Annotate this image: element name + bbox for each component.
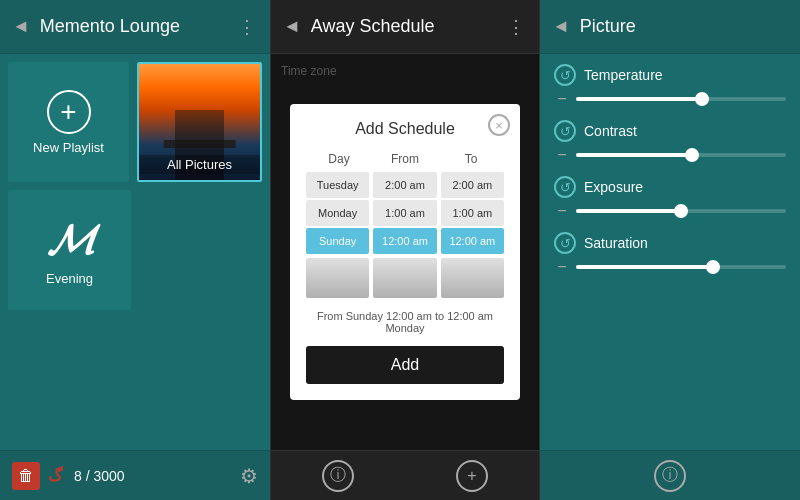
col-header-to: To bbox=[438, 152, 504, 166]
trash-button[interactable]: 🗑 bbox=[12, 462, 40, 490]
left-back-button[interactable]: ◄ bbox=[12, 16, 30, 37]
middle-header: ◄ Away Schedule ⋮ bbox=[271, 0, 539, 54]
add-button[interactable]: + bbox=[456, 460, 488, 492]
slider-row-2: ↺ Exposure − bbox=[554, 176, 786, 220]
slider-row-3: ↺ Saturation − bbox=[554, 232, 786, 276]
from-column: 2:00 am 1:00 am 12:00 am bbox=[373, 172, 436, 298]
col-header-day: Day bbox=[306, 152, 372, 166]
left-header: ◄ Memento Lounge ⋮ bbox=[0, 0, 270, 54]
slider-label-2: Exposure bbox=[584, 179, 643, 195]
slider-track-1[interactable] bbox=[576, 153, 786, 157]
evening-item[interactable]: 𝓜 Evening bbox=[8, 190, 131, 310]
reset-icon-1[interactable]: ↺ bbox=[554, 120, 576, 142]
right-title: Picture bbox=[580, 16, 788, 37]
add-schedule-button[interactable]: Add bbox=[306, 346, 504, 384]
middle-panel: ◄ Away Schedule ⋮ Time zone Add Schedule… bbox=[270, 0, 540, 500]
schedule-description: From Sunday 12:00 am to 12:00 am Monday bbox=[306, 310, 504, 334]
slider-fill-1 bbox=[576, 153, 692, 157]
slider-track-2[interactable] bbox=[576, 209, 786, 213]
to-column: 2:00 am 1:00 am 12:00 am bbox=[441, 172, 504, 298]
slider-thumb-0[interactable] bbox=[695, 92, 709, 106]
day-row-2[interactable]: Sunday bbox=[306, 228, 369, 254]
info-button[interactable]: ⓘ bbox=[322, 460, 354, 492]
new-playlist-label: New Playlist bbox=[33, 140, 104, 155]
middle-title: Away Schedule bbox=[311, 16, 507, 37]
slider-header-0: ↺ Temperature bbox=[554, 64, 786, 86]
left-footer: 🗑 گ 8 / 3000 ⚙ bbox=[0, 450, 270, 500]
to-col-bottom bbox=[441, 258, 504, 298]
dock-decoration bbox=[163, 140, 236, 148]
right-footer: ⓘ bbox=[540, 450, 800, 500]
slider-header-2: ↺ Exposure bbox=[554, 176, 786, 198]
grid-row-bottom: 𝓜 Evening bbox=[8, 190, 262, 310]
reset-icon-2[interactable]: ↺ bbox=[554, 176, 576, 198]
slider-fill-3 bbox=[576, 265, 713, 269]
from-col-bottom bbox=[373, 258, 436, 298]
slider-minus-3[interactable]: − bbox=[554, 258, 570, 276]
slider-track-0[interactable] bbox=[576, 97, 786, 101]
logo-text: گ bbox=[48, 466, 62, 485]
new-playlist-icon: + bbox=[47, 90, 91, 134]
reset-icon-3[interactable]: ↺ bbox=[554, 232, 576, 254]
right-back-button[interactable]: ◄ bbox=[552, 16, 570, 37]
slider-track-row-2: − bbox=[554, 202, 786, 220]
right-panel: ◄ Picture ↺ Temperature − ↺ Contrast − bbox=[540, 0, 800, 500]
grid-row-top: + New Playlist All Pictures bbox=[8, 62, 262, 182]
to-row-1[interactable]: 1:00 am bbox=[441, 200, 504, 226]
day-col-bottom bbox=[306, 258, 369, 298]
left-menu-dots[interactable]: ⋮ bbox=[238, 16, 258, 38]
all-pictures-label: All Pictures bbox=[139, 155, 260, 174]
slider-header-3: ↺ Saturation bbox=[554, 232, 786, 254]
col-headers: Day From To bbox=[306, 152, 504, 166]
slider-row-0: ↺ Temperature − bbox=[554, 64, 786, 108]
slider-minus-2[interactable]: − bbox=[554, 202, 570, 220]
all-pictures-item[interactable]: All Pictures bbox=[137, 62, 262, 182]
slider-fill-0 bbox=[576, 97, 702, 101]
slider-header-1: ↺ Contrast bbox=[554, 120, 786, 142]
slider-minus-1[interactable]: − bbox=[554, 146, 570, 164]
slider-label-3: Saturation bbox=[584, 235, 648, 251]
slider-track-row-3: − bbox=[554, 258, 786, 276]
middle-menu-dots[interactable]: ⋮ bbox=[507, 16, 527, 38]
modal-overlay: Add Schedule × Day From To Tuesday Monda… bbox=[271, 54, 539, 450]
left-content: + New Playlist All Pictures 𝓜 Evening bbox=[0, 54, 270, 450]
item-count: 8 / 3000 bbox=[74, 468, 125, 484]
day-column: Tuesday Monday Sunday bbox=[306, 172, 369, 298]
slider-thumb-3[interactable] bbox=[706, 260, 720, 274]
evening-label: Evening bbox=[46, 271, 93, 286]
left-title: Memento Lounge bbox=[40, 16, 238, 37]
modal-title: Add Schedule bbox=[306, 120, 504, 138]
day-row-0[interactable]: Tuesday bbox=[306, 172, 369, 198]
day-row-1[interactable]: Monday bbox=[306, 200, 369, 226]
from-row-0[interactable]: 2:00 am bbox=[373, 172, 436, 198]
slider-track-row-1: − bbox=[554, 146, 786, 164]
left-panel: ◄ Memento Lounge ⋮ + New Playlist All Pi… bbox=[0, 0, 270, 500]
from-row-2[interactable]: 12:00 am bbox=[373, 228, 436, 254]
schedule-rows: Tuesday Monday Sunday 2:00 am 1:00 am 12… bbox=[306, 172, 504, 298]
slider-minus-0[interactable]: − bbox=[554, 90, 570, 108]
slider-track-row-0: − bbox=[554, 90, 786, 108]
slider-track-3[interactable] bbox=[576, 265, 786, 269]
slider-label-0: Temperature bbox=[584, 67, 663, 83]
modal-close-button[interactable]: × bbox=[488, 114, 510, 136]
slider-thumb-1[interactable] bbox=[685, 148, 699, 162]
schedule-table: Day From To Tuesday Monday Sunday bbox=[306, 152, 504, 298]
evening-icon: 𝓜 bbox=[40, 215, 100, 265]
middle-content: Time zone Add Schedule × Day From To Tue… bbox=[271, 54, 539, 450]
new-playlist-item[interactable]: + New Playlist bbox=[8, 62, 129, 182]
col-header-from: From bbox=[372, 152, 438, 166]
slider-fill-2 bbox=[576, 209, 681, 213]
to-row-0[interactable]: 2:00 am bbox=[441, 172, 504, 198]
middle-footer: ⓘ + bbox=[271, 450, 539, 500]
to-row-2[interactable]: 12:00 am bbox=[441, 228, 504, 254]
add-schedule-modal: Add Schedule × Day From To Tuesday Monda… bbox=[290, 104, 520, 400]
right-info-button[interactable]: ⓘ bbox=[654, 460, 686, 492]
right-header: ◄ Picture bbox=[540, 0, 800, 54]
from-row-1[interactable]: 1:00 am bbox=[373, 200, 436, 226]
reset-icon-0[interactable]: ↺ bbox=[554, 64, 576, 86]
settings-gear-icon[interactable]: ⚙ bbox=[240, 464, 258, 488]
middle-back-button[interactable]: ◄ bbox=[283, 16, 301, 37]
slider-thumb-2[interactable] bbox=[674, 204, 688, 218]
slider-label-1: Contrast bbox=[584, 123, 637, 139]
slider-row-1: ↺ Contrast − bbox=[554, 120, 786, 164]
